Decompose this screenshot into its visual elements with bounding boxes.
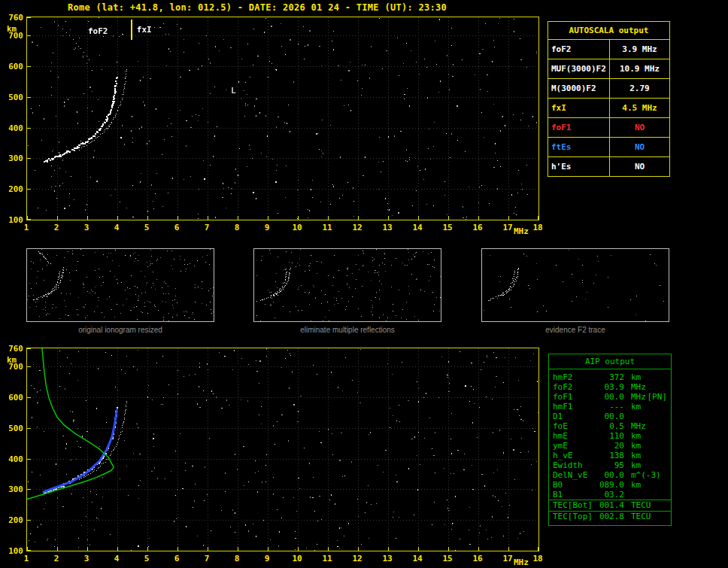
y-tick-label: 200 bbox=[4, 515, 23, 525]
autoscala-table-title: AUTOSCALA output bbox=[548, 22, 669, 40]
aip-param: Ewidth bbox=[553, 460, 596, 470]
x-tick-label: 16 bbox=[469, 554, 486, 563]
aip-unit: km bbox=[631, 372, 641, 382]
table-row: DelN_vE 00.0 m^(-3) bbox=[549, 470, 671, 480]
param-value: 10.9 MHz bbox=[610, 59, 669, 78]
table-row: TEC[Bot] 001.4 TECU bbox=[549, 500, 671, 511]
x-tick-label: 7 bbox=[199, 223, 215, 232]
plot-annotation-L: L bbox=[231, 86, 236, 96]
aip-value: 00.0 bbox=[596, 392, 624, 402]
panel-evidence-canvas bbox=[482, 249, 669, 321]
aip-unit: MHz bbox=[631, 421, 646, 431]
aip-value: 95 bbox=[596, 460, 624, 470]
x-tick-label: 7 bbox=[199, 554, 215, 563]
panel-caption: original ionogram resized bbox=[26, 326, 214, 334]
aip-param: foE bbox=[553, 421, 596, 431]
panel-original-ionogram bbox=[26, 248, 214, 322]
param-name: MUF(3000)F2 bbox=[548, 59, 610, 78]
y-tick-label: 200 bbox=[4, 184, 23, 194]
aip-value: 110 bbox=[596, 431, 624, 441]
aip-unit: km bbox=[631, 451, 641, 460]
aip-note: [PN] bbox=[648, 392, 668, 402]
bottom-ionogram-canvas bbox=[27, 348, 538, 551]
x-tick-label: 10 bbox=[289, 554, 305, 563]
table-row: foF1 00.0 MHz [PN] bbox=[549, 392, 671, 402]
param-name: M(3000)F2 bbox=[548, 79, 610, 98]
bottom-ionogram-plot bbox=[26, 348, 539, 551]
y-tick-label: 500 bbox=[4, 93, 23, 102]
aip-param: TEC[Bot] bbox=[553, 500, 596, 511]
param-name: fxI bbox=[548, 99, 610, 117]
aip-value: 03.9 bbox=[596, 382, 624, 392]
param-name: h'Es bbox=[548, 157, 610, 176]
aip-param: B1 bbox=[553, 490, 596, 500]
x-axis-unit-label: MHz bbox=[514, 226, 529, 236]
aip-table-title: AIP output bbox=[549, 354, 671, 369]
table-row: fxI 4.5 MHz bbox=[548, 99, 669, 118]
table-row: h_vE 138 km bbox=[549, 451, 671, 460]
x-tick-label: 8 bbox=[229, 554, 245, 563]
aip-value: --- bbox=[596, 402, 624, 412]
page-title: Rome (lat: +41.8, lon: 012.5) - DATE: 20… bbox=[68, 2, 447, 13]
table-row: foE 0.5 MHz bbox=[549, 421, 671, 431]
table-row: M(3000)F2 2.79 bbox=[548, 79, 669, 99]
param-value: NO bbox=[610, 157, 669, 176]
aip-value: 03.2 bbox=[596, 490, 624, 500]
x-tick-label: 12 bbox=[349, 223, 366, 232]
x-tick-label: 18 bbox=[529, 223, 546, 232]
x-tick-label: 3 bbox=[78, 223, 95, 232]
aip-param: foF2 bbox=[553, 382, 596, 392]
x-tick-label: 2 bbox=[48, 554, 65, 563]
aip-unit: MHz bbox=[631, 392, 646, 402]
aip-param: foF1 bbox=[553, 392, 596, 402]
table-row: h'Es NO bbox=[548, 157, 669, 176]
x-tick-label: 12 bbox=[349, 554, 366, 563]
plot-annotation-foF2: foF2 bbox=[88, 26, 108, 36]
param-value: 3.9 MHz bbox=[610, 40, 669, 59]
table-row: hmF1 --- km bbox=[549, 402, 671, 412]
panel-original-canvas bbox=[27, 249, 214, 321]
aip-param: h_vE bbox=[553, 451, 596, 460]
aip-param: TEC[Top] bbox=[553, 512, 596, 522]
x-tick-label: 11 bbox=[319, 554, 335, 563]
fxI-marker-line bbox=[131, 20, 132, 40]
x-tick-label: 8 bbox=[229, 223, 245, 232]
x-tick-label: 16 bbox=[469, 223, 486, 232]
panel-eliminate-canvas bbox=[254, 249, 441, 321]
param-name: foF1 bbox=[548, 118, 610, 137]
x-tick-label: 13 bbox=[379, 223, 396, 232]
x-tick-label: 1 bbox=[18, 554, 35, 563]
y-tick-label: 400 bbox=[4, 454, 23, 464]
table-row: hmE 110 km bbox=[549, 431, 671, 441]
y-tick-label: 300 bbox=[4, 484, 23, 494]
aip-value: 002.8 bbox=[596, 512, 624, 522]
x-tick-label: 10 bbox=[289, 223, 305, 232]
table-row: foF2 03.9 MHz bbox=[549, 382, 671, 392]
aip-value: 0.5 bbox=[596, 421, 624, 431]
aip-param: B0 bbox=[553, 480, 596, 490]
x-tick-label: 18 bbox=[529, 554, 546, 563]
param-value: 4.5 MHz bbox=[610, 99, 669, 117]
x-axis-unit-label: MHz bbox=[514, 557, 529, 567]
table-row: hmF2 372 km bbox=[549, 372, 671, 382]
aip-value: 089.0 bbox=[596, 480, 624, 490]
aip-unit: m^(-3) bbox=[631, 470, 661, 480]
aip-param: DelN_vE bbox=[553, 470, 596, 480]
x-tick-label: 9 bbox=[259, 223, 275, 232]
y-axis-unit-label: km bbox=[7, 24, 17, 34]
autoscala-screen: Rome (lat: +41.8, lon: 012.5) - DATE: 20… bbox=[0, 0, 728, 568]
x-tick-label: 5 bbox=[138, 554, 155, 563]
x-tick-label: 11 bbox=[319, 223, 335, 232]
y-tick-label: 600 bbox=[4, 393, 23, 402]
y-tick-label: 600 bbox=[4, 62, 23, 71]
x-tick-label: 5 bbox=[138, 223, 155, 232]
param-name: foF2 bbox=[548, 40, 610, 59]
table-row: B0 089.0 km bbox=[549, 480, 671, 490]
y-tick-label: 500 bbox=[4, 424, 23, 433]
aip-unit: km bbox=[631, 460, 641, 470]
param-value: 2.79 bbox=[610, 79, 669, 98]
aip-unit: km bbox=[631, 402, 641, 412]
y-tick-label: 400 bbox=[4, 123, 23, 133]
table-row: ymE 20 km bbox=[549, 441, 671, 451]
param-value: NO bbox=[610, 118, 669, 137]
